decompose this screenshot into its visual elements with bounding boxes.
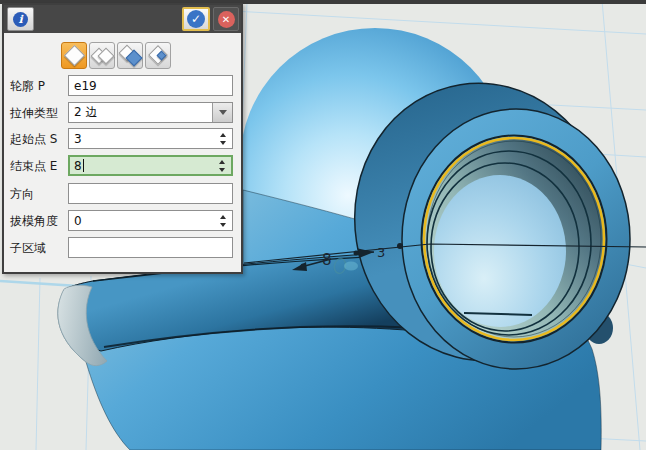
spinner-down-icon xyxy=(220,223,226,227)
end-point-value: 8 xyxy=(74,159,82,173)
draft-angle-label: 拔模角度 xyxy=(10,213,58,230)
subregion-input[interactable] xyxy=(68,237,233,258)
info-button[interactable]: i xyxy=(7,7,34,31)
draft-angle-value: 0 xyxy=(74,214,82,228)
application-window: 8 3 i ✓ ✕ 轮廓 P e19 拉伸类型 xyxy=(0,0,646,450)
end-point-spinner[interactable]: 8 xyxy=(68,155,233,176)
direction-input[interactable] xyxy=(68,183,233,204)
confirm-button[interactable]: ✓ xyxy=(182,7,210,31)
start-point-value: 3 xyxy=(74,132,82,146)
spinner-down-icon xyxy=(219,168,225,172)
subregion-row: 子区域 xyxy=(4,237,241,258)
extrude-mode-base-button[interactable] xyxy=(61,42,87,69)
chevron-down-icon xyxy=(219,110,227,115)
direction-label: 方向 xyxy=(10,186,34,203)
profile-label: 轮廓 P xyxy=(10,78,45,95)
profile-value: e19 xyxy=(74,79,97,93)
profile-row: 轮廓 P e19 xyxy=(4,75,241,96)
extrude-mode-cut-button[interactable] xyxy=(117,42,143,69)
extrude-type-label: 拉伸类型 xyxy=(10,105,58,122)
selection-glow xyxy=(344,262,358,271)
start-point-spin-buttons[interactable] xyxy=(217,129,229,148)
spinner-up-icon xyxy=(220,133,226,137)
close-icon: ✕ xyxy=(218,11,235,28)
start-point-label: 起始点 S xyxy=(10,131,57,148)
extrude-dialog: i ✓ ✕ 轮廓 P e19 拉伸类型 2 边 xyxy=(2,3,243,274)
extrude-type-dropdown-button[interactable] xyxy=(212,103,232,122)
extrude-mode-intersect-button[interactable] xyxy=(145,42,171,69)
draft-angle-spin-buttons[interactable] xyxy=(217,211,229,230)
bore-bottom-face[interactable] xyxy=(434,175,566,327)
end-point-label: 结束点 E xyxy=(10,158,57,175)
extrude-type-select[interactable]: 2 边 xyxy=(68,102,233,123)
extrude-type-value: 2 边 xyxy=(74,104,97,121)
direction-row: 方向 xyxy=(4,183,241,204)
spinner-up-icon xyxy=(219,160,225,164)
subregion-label: 子区域 xyxy=(10,240,46,257)
extrude-type-row: 拉伸类型 2 边 xyxy=(4,102,241,123)
end-distance-label: 8 xyxy=(322,251,332,269)
anchor-point-dot[interactable] xyxy=(397,243,403,249)
dialog-titlebar[interactable]: i ✓ ✕ xyxy=(4,5,241,33)
spinner-up-icon xyxy=(220,215,226,219)
start-distance-label: 3 xyxy=(377,245,385,260)
spinner-down-icon xyxy=(220,141,226,145)
start-point-spinner[interactable]: 3 xyxy=(68,128,233,149)
profile-input[interactable]: e19 xyxy=(68,75,233,96)
draft-angle-spinner[interactable]: 0 xyxy=(68,210,233,231)
cancel-button[interactable]: ✕ xyxy=(213,7,239,31)
extrude-mode-boss-button[interactable] xyxy=(89,42,115,69)
draft-angle-row: 拔模角度 0 xyxy=(4,210,241,231)
text-cursor xyxy=(83,159,84,172)
diamond-icon xyxy=(64,45,85,66)
check-icon: ✓ xyxy=(187,10,205,28)
end-point-spin-buttons[interactable] xyxy=(216,157,228,174)
start-point-row: 起始点 S 3 xyxy=(4,128,241,149)
end-point-row: 结束点 E 8 xyxy=(4,155,241,176)
info-icon: i xyxy=(13,12,28,27)
